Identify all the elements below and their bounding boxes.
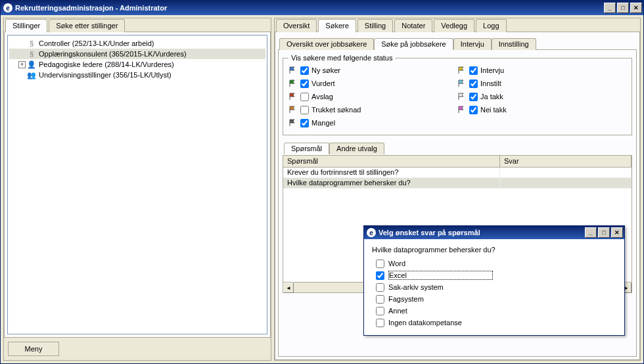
subtab-innstilling[interactable]: Innstilling — [492, 38, 536, 50]
flag-icon — [288, 93, 296, 101]
status-label: Innstilt — [480, 80, 501, 87]
minimize-button[interactable]: _ — [604, 3, 616, 13]
status-checkbox[interactable] — [469, 80, 478, 88]
status-checkbox[interactable] — [300, 66, 309, 75]
positions-tree[interactable]: §Controller (252/13-LK/Under arbeid)§Opp… — [7, 35, 267, 334]
status-checkbox[interactable] — [469, 93, 478, 101]
answer-label: Ingen datakompetanse — [388, 319, 462, 327]
status-checkbox[interactable] — [300, 119, 309, 127]
status-label: Ja takk — [480, 93, 503, 101]
status-checkbox[interactable] — [300, 93, 309, 101]
flag-icon — [288, 106, 296, 114]
status-filter-vurdert[interactable]: Vurdert — [288, 77, 457, 90]
flag-icon — [457, 80, 465, 87]
flag-icon — [457, 66, 465, 74]
dialog-app-icon: e — [367, 228, 376, 237]
dialog-close-button[interactable]: ✕ — [611, 227, 623, 238]
doc-icon: § — [27, 49, 36, 58]
tree-item[interactable]: +👤Pedagogiske ledere (288/14-LK/Vurderes… — [9, 59, 265, 70]
doc-icon: § — [27, 39, 36, 48]
col-header-answer[interactable]: Svar — [500, 156, 632, 167]
answer-checkbox[interactable] — [376, 283, 384, 292]
flag-icon — [288, 119, 296, 127]
app-icon: e — [3, 3, 12, 12]
subtab-oversikt-over-jobbsøkere[interactable]: Oversikt over jobbsøkere — [279, 38, 374, 50]
flag-icon — [457, 106, 465, 114]
col-header-question[interactable]: Spørsmål — [283, 156, 500, 167]
status-filter-avslag[interactable]: Avslag — [288, 90, 457, 103]
status-label: Avslag — [311, 93, 333, 101]
status-filter-innstilt[interactable]: Innstilt — [457, 77, 626, 90]
status-filter-trukket-søknad[interactable]: Trukket søknad — [288, 103, 457, 116]
tree-item-label: Pedagogiske ledere (288/14-LK/Vurderes) — [39, 60, 174, 68]
answer-checkbox[interactable] — [376, 307, 384, 315]
status-filter-nei-takk[interactable]: Nei takk — [457, 103, 626, 116]
answer-checkbox[interactable] — [376, 319, 384, 327]
status-filter-ny-søker[interactable]: Ny søker — [288, 64, 457, 77]
answer-option[interactable]: Ingen datakompetanse — [372, 317, 616, 329]
table-row[interactable]: Krever du fortrinnsrett til stillingen? — [283, 168, 632, 178]
status-checkbox[interactable] — [469, 66, 478, 75]
tree-item[interactable]: §Opplæringskonsulent (365/2015-LK/Vurder… — [9, 49, 265, 59]
tree-item[interactable]: 👥Undervisningsstillinger (356/15-LK/Utly… — [9, 70, 265, 80]
answer-label: Sak-arkiv system — [388, 283, 444, 291]
status-checkbox[interactable] — [469, 106, 478, 114]
tab-søkere[interactable]: Søkere — [318, 19, 356, 32]
answer-option[interactable]: Word — [372, 258, 616, 269]
dialog-maximize-button[interactable]: □ — [598, 227, 610, 238]
tab-oversikt[interactable]: Oversikt — [276, 19, 317, 32]
answer-option[interactable]: Annet — [372, 305, 616, 317]
flag-icon — [288, 80, 296, 87]
table-row[interactable]: Hvilke dataprogrammer behersker du? — [283, 178, 632, 189]
person-icon: 👤 — [27, 60, 36, 69]
status-label: Intervju — [480, 66, 504, 74]
titlebar: e Rekrutteringsadministrasjon - Administ… — [1, 1, 643, 15]
left-panel: StillingerSøke etter stillinger §Control… — [3, 18, 271, 361]
innertab-andre-utvalg[interactable]: Andre utvalg — [329, 143, 384, 154]
answer-cell — [500, 178, 632, 188]
tree-item[interactable]: §Controller (252/13-LK/Under arbeid) — [9, 38, 265, 49]
status-group-title: Vis søkere med følgende status — [288, 54, 395, 62]
answer-checkbox[interactable] — [376, 260, 384, 268]
people-icon: 👥 — [27, 70, 36, 80]
answer-label: Annet — [388, 307, 407, 315]
status-filter-intervju[interactable]: Intervju — [457, 64, 626, 77]
status-checkbox[interactable] — [300, 106, 309, 114]
status-checkbox[interactable] — [300, 80, 309, 88]
dialog-question: Hvilke dataprogrammer behersker du? — [372, 246, 616, 254]
status-label: Vurdert — [311, 80, 335, 87]
answer-checkbox[interactable] — [376, 271, 384, 280]
answer-option[interactable]: Fagsystem — [372, 293, 616, 305]
answer-label: Word — [388, 260, 405, 267]
tab-søke-etter-stillinger[interactable]: Søke etter stillinger — [49, 19, 125, 32]
innertab-spørsmål[interactable]: Spørsmål — [284, 143, 329, 154]
subtab-søke-på-jobbsøkere[interactable]: Søke på jobbsøkere — [374, 38, 453, 50]
subtab-intervju[interactable]: Intervju — [453, 38, 492, 50]
answer-option[interactable]: Excel — [372, 269, 616, 281]
scroll-left-button[interactable]: ◄ — [283, 283, 294, 293]
answer-label: Fagsystem — [388, 295, 424, 303]
question-cell: Hvilke dataprogrammer behersker du? — [283, 178, 500, 188]
expand-icon[interactable]: + — [18, 61, 26, 68]
tab-vedlegg[interactable]: Vedlegg — [434, 19, 474, 32]
tab-logg[interactable]: Logg — [476, 19, 506, 32]
tree-item-label: Opplæringskonsulent (365/2015-LK/Vurdere… — [39, 50, 187, 58]
answer-option[interactable]: Sak-arkiv system — [372, 281, 616, 293]
answer-cell — [500, 168, 632, 177]
answer-label: Excel — [388, 271, 493, 280]
dialog-minimize-button[interactable]: _ — [585, 227, 597, 238]
close-button[interactable]: ✕ — [630, 3, 642, 13]
tab-stilling[interactable]: Stilling — [357, 19, 393, 32]
tab-notater[interactable]: Notater — [394, 19, 432, 32]
status-filter-ja-takk[interactable]: Ja takk — [457, 90, 626, 103]
status-label: Ny søker — [311, 66, 340, 74]
status-filter-mangel[interactable]: Mangel — [288, 116, 457, 129]
answer-checkbox[interactable] — [376, 295, 384, 304]
tab-stillinger[interactable]: Stillinger — [5, 19, 47, 32]
status-filter-group: Vis søkere med følgende status Ny søkerV… — [283, 58, 632, 135]
meny-button[interactable]: Meny — [8, 342, 59, 356]
flag-icon — [457, 93, 465, 101]
tree-item-label: Undervisningsstillinger (356/15-LK/Utlys… — [39, 71, 172, 79]
flag-icon — [288, 66, 296, 74]
maximize-button[interactable]: □ — [617, 3, 629, 13]
